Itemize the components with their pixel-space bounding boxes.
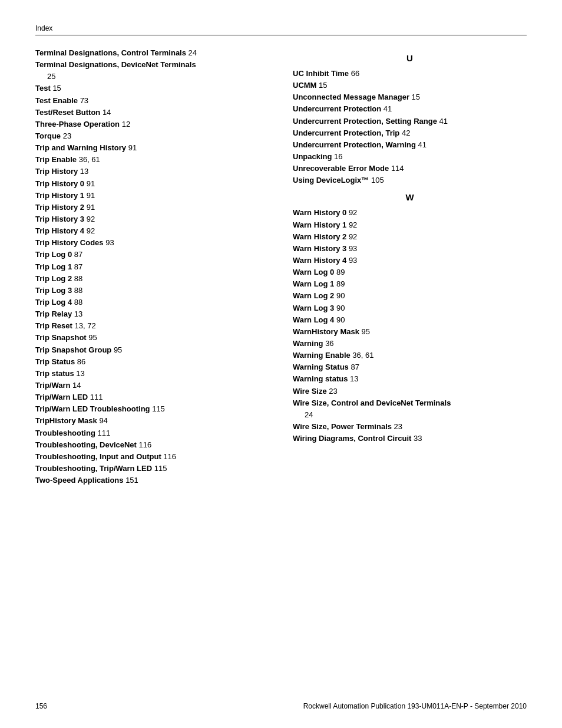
list-item: TripHistory Mask 94: [35, 415, 269, 427]
list-item: Trip/Warn LED Troubleshooting 115: [35, 403, 269, 415]
list-item: Trip History 4 92: [35, 225, 269, 237]
list-item: 25: [35, 71, 269, 83]
list-item: Test 15: [35, 83, 269, 94]
list-item: Trip History Codes 93: [35, 237, 269, 249]
list-item: Warning Status 87: [293, 361, 527, 373]
list-item: Trip Log 1 87: [35, 261, 269, 273]
section-heading-u: U: [293, 53, 527, 63]
list-item: Troubleshooting 111: [35, 427, 269, 439]
list-item: Trip/Warn 14: [35, 380, 269, 391]
list-item: Warn Log 4 90: [293, 314, 527, 326]
list-item: Undercurrent Protection 41: [293, 103, 527, 115]
list-item: Trip Log 3 88: [35, 285, 269, 297]
list-item: Warn Log 2 90: [293, 290, 527, 302]
list-item: Trip History 3 92: [35, 213, 269, 225]
list-item: Undercurrent Protection, Setting Range 4…: [293, 116, 527, 127]
list-item: Warn Log 3 90: [293, 302, 527, 314]
list-item: WarnHistory Mask 95: [293, 326, 527, 338]
list-item: Trip History 0 91: [35, 178, 269, 190]
list-item: Trip Snapshot Group 95: [35, 344, 269, 356]
list-item: Wiring Diagrams, Control Circuit 33: [293, 433, 527, 444]
left-column: Terminal Designations, Control Terminals…: [35, 47, 269, 486]
list-item: Torque 23: [35, 130, 269, 142]
section-heading-w: W: [293, 192, 527, 202]
list-item: Undercurrent Protection, Warning 41: [293, 139, 527, 151]
list-item: Warning 36: [293, 338, 527, 350]
list-item: Trip Snapshot 95: [35, 332, 269, 344]
list-item: Troubleshooting, DeviceNet 116: [35, 439, 269, 451]
footer-page-number: 156: [35, 702, 47, 710]
list-item: Two-Speed Applications 151: [35, 475, 269, 486]
page-footer: 156 Rockwell Automation Publication 193-…: [35, 702, 527, 710]
list-item: 24: [293, 409, 527, 421]
list-item: Unconnected Message Manager 15: [293, 91, 527, 103]
list-item: Troubleshooting, Input and Output 116: [35, 451, 269, 463]
list-item: Trip Reset 13, 72: [35, 320, 269, 332]
list-item: Trip Log 4 88: [35, 297, 269, 308]
list-item: Test/Reset Button 14: [35, 107, 269, 118]
list-item: Wire Size 23: [293, 386, 527, 397]
list-item: Three-Phase Operation 12: [35, 118, 269, 130]
list-item: Trip and Warning History 91: [35, 142, 269, 154]
footer-publication: Rockwell Automation Publication 193-UM01…: [303, 702, 527, 710]
list-item: Warn History 0 92: [293, 207, 527, 219]
page: Index Terminal Designations, Control Ter…: [0, 0, 562, 728]
list-item: UC Inhibit Time 66: [293, 68, 527, 80]
list-item: Terminal Designations, Control Terminals…: [35, 47, 269, 59]
list-item: Terminal Designations, DeviceNet Termina…: [35, 59, 269, 71]
right-column: UUC Inhibit Time 66UCMM 15Unconnected Me…: [293, 47, 527, 486]
list-item: Troubleshooting, Trip/Warn LED 115: [35, 463, 269, 475]
list-item: Wire Size, Control and DeviceNet Termina…: [293, 397, 527, 409]
list-item: Trip/Warn LED 111: [35, 391, 269, 403]
list-item: Warning Enable 36, 61: [293, 350, 527, 361]
header-label: Index: [35, 24, 52, 32]
page-header: Index: [35, 24, 527, 35]
list-item: Warn History 2 92: [293, 231, 527, 243]
list-item: Unpacking 16: [293, 151, 527, 163]
list-item: Trip History 1 91: [35, 190, 269, 202]
list-item: UCMM 15: [293, 80, 527, 91]
list-item: Trip Status 86: [35, 356, 269, 368]
list-item: Trip History 2 91: [35, 202, 269, 213]
list-item: Warn Log 0 89: [293, 266, 527, 278]
list-item: Unrecoverable Error Mode 114: [293, 163, 527, 174]
list-item: Trip status 13: [35, 368, 269, 380]
list-item: Test Enable 73: [35, 95, 269, 107]
list-item: Warn History 3 93: [293, 243, 527, 255]
list-item: Trip History 13: [35, 166, 269, 177]
content-area: Terminal Designations, Control Terminals…: [35, 47, 527, 486]
list-item: Trip Log 0 87: [35, 249, 269, 261]
list-item: Warn History 4 93: [293, 255, 527, 266]
list-item: Undercurrent Protection, Trip 42: [293, 127, 527, 139]
list-item: Warning status 13: [293, 373, 527, 385]
list-item: Wire Size, Power Terminals 23: [293, 421, 527, 433]
list-item: Warn History 1 92: [293, 219, 527, 231]
list-item: Trip Enable 36, 61: [35, 154, 269, 166]
list-item: Trip Log 2 88: [35, 273, 269, 285]
list-item: Using DeviceLogix™ 105: [293, 174, 527, 186]
list-item: Trip Relay 13: [35, 308, 269, 320]
list-item: Warn Log 1 89: [293, 278, 527, 290]
